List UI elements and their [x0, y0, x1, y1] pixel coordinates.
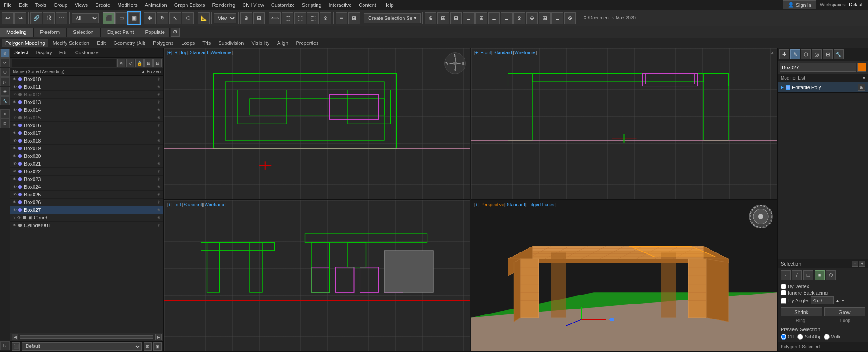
select-region-type-button[interactable]: ▣: [128, 12, 140, 24]
select-scale-uniform-button[interactable]: ⬡: [182, 12, 194, 24]
scene-explorer-button[interactable]: ⊞: [348, 12, 360, 24]
list-item[interactable]: 👁 Box024 ✳: [10, 183, 163, 191]
collapse-all-button[interactable]: ⊟: [153, 59, 162, 67]
vp-plus-persp[interactable]: +: [475, 202, 478, 207]
by-angle-input[interactable]: [811, 296, 834, 304]
vp-mode-front[interactable]: Wireframe: [514, 50, 535, 55]
by-angle-spinner-up[interactable]: ▲: [835, 299, 839, 303]
motion-tab-button[interactable]: ◎: [812, 49, 822, 59]
visibility-icon[interactable]: 👁: [13, 177, 17, 181]
hierarchy-tab-button[interactable]: ⬡: [801, 49, 811, 59]
list-item[interactable]: 👁 Box018 ✳: [10, 137, 163, 145]
modifier-active-light[interactable]: [786, 85, 790, 90]
view-dropdown[interactable]: View: [214, 13, 236, 23]
preview-multi-option[interactable]: Multi: [824, 334, 840, 340]
display-tab-button[interactable]: ⊞: [823, 49, 833, 59]
clear-search-button[interactable]: ✕: [117, 59, 125, 67]
column-name-label[interactable]: Name (Sorted Ascending): [13, 69, 65, 74]
menu-tools[interactable]: Tools: [31, 1, 50, 9]
viewport-left[interactable]: [+][Left][Standard][Wireframe]: [164, 200, 470, 352]
list-item[interactable]: 👁 Box012 ✳: [10, 91, 163, 99]
mirror-button[interactable]: ⟺: [269, 12, 281, 24]
menu-modifiers[interactable]: Modifiers: [114, 1, 141, 9]
visibility-icon[interactable]: 👁: [17, 215, 21, 220]
tab-object-paint[interactable]: Object Paint: [101, 28, 141, 37]
viewport-front-label[interactable]: [+][Front][Standard][Wireframe]: [474, 50, 537, 55]
selection-filter-dropdown[interactable]: All: [72, 13, 99, 23]
list-item[interactable]: 👁 Box026 ✳: [10, 199, 163, 206]
poly-tab-edit[interactable]: Edit: [93, 39, 109, 47]
column-frozen-label[interactable]: ▲ Frozen: [141, 69, 161, 74]
list-item-couch[interactable]: ▷ 👁 ▣ Couch ✳: [10, 214, 163, 222]
list-item[interactable]: 👁 Box023 ✳: [10, 176, 163, 183]
list-item[interactable]: 👁 Box013 ✳: [10, 99, 163, 106]
by-vertex-checkbox[interactable]: [781, 284, 786, 289]
poly-tab-geometry-all[interactable]: Geometry (All): [110, 39, 149, 47]
list-item[interactable]: 👁 Box025 ✳: [10, 191, 163, 199]
toolbar-btn-8[interactable]: ⊕: [526, 12, 538, 24]
vp-plus-left[interactable]: +: [168, 202, 171, 207]
visibility-icon[interactable]: 👁: [13, 77, 17, 81]
tab-modeling[interactable]: Modeling: [0, 28, 34, 37]
scene-list[interactable]: 👁 Box010 ✳ 👁 Box011 ✳ 👁 Box012 ✳ 👁 Box: [10, 76, 163, 333]
list-item[interactable]: 👁 Box022 ✳: [10, 168, 163, 176]
list-item[interactable]: 👁 Box020 ✳: [10, 152, 163, 160]
expand-arrow-icon[interactable]: ▷: [13, 215, 16, 220]
vp-shading-persp[interactable]: Standard: [507, 202, 525, 207]
visibility-icon[interactable]: 👁: [13, 138, 17, 143]
visibility-icon[interactable]: 👁: [13, 200, 17, 205]
poly-tab-visibility[interactable]: Visibility: [248, 39, 273, 47]
undo-button[interactable]: ↩: [2, 12, 14, 24]
viewport-perspective[interactable]: [+][Perspective][Standard][Edged Faces]: [471, 200, 777, 352]
list-item[interactable]: 👁 Box019 ✳: [10, 145, 163, 152]
menu-civil-view[interactable]: Civil View: [239, 1, 267, 9]
modify-tab-button[interactable]: ✎: [790, 49, 800, 59]
border-mode-button[interactable]: □: [803, 270, 813, 280]
grow-button[interactable]: Grow: [824, 307, 866, 316]
tab-selection[interactable]: Selection: [67, 28, 100, 37]
vertex-mode-button[interactable]: ·: [781, 270, 791, 280]
toolbar-btn-2[interactable]: ⊟: [450, 12, 462, 24]
plus-icon[interactable]: [+]: [167, 50, 172, 55]
viewport-left-label[interactable]: [+][Left][Standard][Wireframe]: [167, 202, 227, 207]
viewport-perspective-label[interactable]: [+][Perspective][Standard][Edged Faces]: [474, 202, 556, 207]
select-object-button[interactable]: ⬛: [103, 12, 115, 24]
object-color-swatch[interactable]: [857, 63, 866, 72]
selection-plus-button[interactable]: +: [859, 261, 865, 267]
scroll-right-button[interactable]: ▶: [155, 334, 162, 340]
visibility-icon[interactable]: 👁: [13, 162, 17, 166]
poly-tab-align[interactable]: Align: [273, 39, 292, 47]
poly-tab-tris[interactable]: Tris: [199, 39, 214, 47]
place-highlight-button[interactable]: ⊗: [320, 12, 331, 24]
edge-mode-button[interactable]: /: [792, 270, 802, 280]
list-item[interactable]: 👁 Box014 ✳: [10, 106, 163, 114]
toolbar-btn-9[interactable]: ⊞: [539, 12, 551, 24]
visibility-icon[interactable]: 👁: [13, 185, 17, 189]
vp-plus-top[interactable]: +: [175, 50, 177, 55]
vp-plus-front[interactable]: +: [475, 50, 478, 55]
link-button[interactable]: 🔗: [30, 12, 42, 24]
redo-button[interactable]: ↪: [14, 12, 26, 24]
preview-subobj-option[interactable]: SubObj: [797, 334, 820, 340]
bind-space-warp-button[interactable]: 〰: [56, 12, 67, 24]
poly-tab-subdivision[interactable]: Subdivision: [215, 39, 247, 47]
vp-mode-persp[interactable]: Edged Faces: [528, 202, 554, 207]
vp-mode-top[interactable]: Wireframe: [211, 50, 231, 55]
visibility-icon[interactable]: 👁: [13, 192, 17, 197]
menu-views[interactable]: Views: [71, 1, 91, 9]
visibility-icon[interactable]: 👁: [13, 208, 17, 212]
lock-button[interactable]: 🔒: [135, 59, 144, 67]
vp-view-left[interactable]: Left: [173, 202, 181, 207]
modifier-list-header[interactable]: Modifier List ▾: [778, 74, 868, 82]
shrink-button[interactable]: Shrink: [781, 307, 822, 316]
visibility-icon[interactable]: 👁: [13, 123, 17, 128]
layer-manager-button[interactable]: ≡: [336, 12, 347, 24]
list-item[interactable]: 👁 Box017 ✳: [10, 129, 163, 137]
unlink-button[interactable]: ⛓: [43, 12, 55, 24]
poly-tab-properties[interactable]: Properties: [292, 39, 322, 47]
sidebar-create-icon[interactable]: ⊕: [0, 49, 10, 58]
workspaces-value[interactable]: Default: [849, 2, 863, 7]
menu-interactive[interactable]: Interactive: [325, 1, 355, 9]
poly-tab-loops[interactable]: Loops: [177, 39, 198, 47]
preview-off-option[interactable]: Off: [781, 334, 794, 340]
